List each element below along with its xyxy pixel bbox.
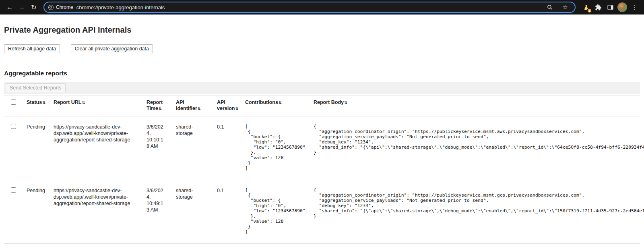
header-contributions[interactable]: Contributions⇅ [239, 95, 307, 116]
zoom-icon[interactable] [544, 2, 555, 13]
contributions-json: [ { "bucket": { "high": "0", "low": "123… [245, 187, 307, 234]
address-bar[interactable]: Chrome chrome://private-aggregation-inte… [43, 2, 576, 13]
sort-icon: ⇅ [82, 101, 85, 105]
site-chip: Chrome [48, 4, 73, 10]
page-actions: Refresh all page data Clear all private … [4, 44, 640, 53]
aggregatable-reports-table: Status⇅ Report URL⇅ Report Time⇅ API ide… [4, 95, 640, 244]
header-status[interactable]: Status⇅ [20, 95, 47, 116]
side-panel-icon[interactable] [605, 2, 616, 13]
browser-menu-icon[interactable]: ⋮ [629, 2, 640, 13]
sort-icon: ⇅ [159, 107, 162, 111]
chrome-logo-icon [48, 5, 54, 10]
sort-icon: ⇅ [235, 107, 238, 111]
report-url-cell: https://privacy-sandcastle-dev-dsp.web.a… [47, 116, 140, 180]
extensions-puzzle-icon[interactable] [592, 2, 604, 13]
sort-icon: ⇅ [198, 107, 201, 111]
header-report-time[interactable]: Report Time⇅ [140, 95, 169, 116]
table-row: Pending https://privacy-sandcastle-dev-d… [4, 180, 640, 244]
experiments-beaker-icon[interactable]: 1 [580, 2, 592, 13]
header-api-identifier[interactable]: API identifier⇅ [169, 95, 211, 116]
row-checkbox[interactable] [11, 124, 16, 129]
report-body-cell: { "aggregation_coordinator_origin": "htt… [307, 116, 640, 180]
sort-icon: ⇅ [42, 101, 45, 105]
page-content: Private Aggregation API Internals Refres… [0, 25, 644, 244]
report-body-json: { "aggregation_coordinator_origin": "htt… [314, 187, 640, 219]
status-cell: Pending [20, 180, 47, 244]
report-body-cell: { "aggregation_coordinator_origin": "htt… [307, 180, 640, 244]
contributions-cell: [ { "bucket": { "high": "0", "low": "123… [239, 180, 307, 244]
api-version-cell: 0.1 [211, 116, 239, 180]
sort-icon: ⇅ [279, 101, 282, 105]
send-selected-button[interactable]: Send Selected Reports [6, 83, 66, 92]
profile-avatar[interactable] [617, 2, 628, 13]
contributions-json: [ { "bucket": { "high": "0", "low": "123… [245, 124, 307, 171]
header-api-version[interactable]: API version⇅ [211, 95, 239, 116]
api-identifier-cell: shared-storage [169, 116, 211, 180]
select-all-checkbox[interactable] [11, 100, 16, 105]
status-cell: Pending [20, 116, 47, 180]
report-url-cell: https://privacy-sandcastle-dev-dsp.web.a… [47, 180, 140, 244]
forward-icon[interactable]: → [16, 2, 27, 13]
back-icon[interactable]: ← [4, 2, 15, 13]
avatar [617, 2, 627, 12]
report-body-json: { "aggregation_coordinator_origin": "htt… [314, 124, 640, 155]
section-title: Aggregatable reports [4, 70, 640, 77]
sort-icon: ⇅ [344, 101, 347, 105]
notification-badge: 1 [587, 8, 592, 13]
report-time-cell: 3/6/2024, 10:10:18 AM [140, 116, 169, 180]
table-header-row: Status⇅ Report URL⇅ Report Time⇅ API ide… [4, 95, 640, 116]
site-chip-label: Chrome [56, 4, 73, 10]
api-identifier-cell: shared-storage [169, 180, 211, 244]
reload-icon[interactable]: ↻ [28, 2, 39, 13]
header-report-url[interactable]: Report URL⇅ [47, 95, 140, 116]
header-report-body[interactable]: Report Body⇅ [307, 95, 640, 116]
url-text[interactable]: chrome://private-aggregation-internals [76, 4, 541, 10]
table-toolbar: Send Selected Reports [4, 82, 640, 94]
api-version-cell: 0.1 [211, 180, 239, 244]
contributions-cell: [ { "bucket": { "high": "0", "low": "123… [239, 116, 307, 180]
row-checkbox[interactable] [11, 187, 16, 193]
clear-all-button[interactable]: Clear all private aggregation data [71, 44, 153, 53]
page-title: Private Aggregation API Internals [4, 25, 640, 35]
refresh-all-button[interactable]: Refresh all page data [4, 44, 60, 53]
table-row: Pending https://privacy-sandcastle-dev-d… [4, 116, 640, 180]
report-time-cell: 3/6/2024, 10:49:13 AM [140, 180, 169, 244]
bookmark-star-icon[interactable]: ☆ [559, 2, 571, 13]
browser-toolbar: ← → ↻ Chrome chrome://private-aggregatio… [0, 0, 644, 15]
